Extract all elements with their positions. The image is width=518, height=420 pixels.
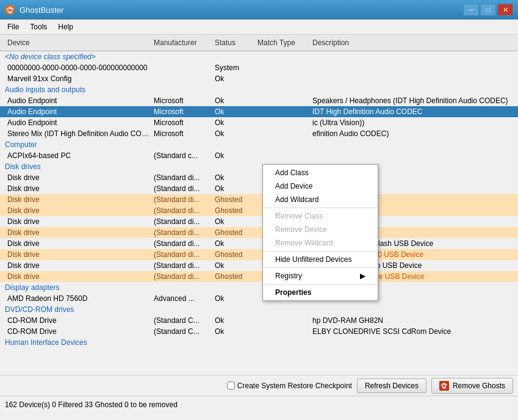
table-row[interactable]: Marvell 91xx ConfigOk: [0, 73, 518, 84]
device-cell: AMD Radeon HD 7560D: [5, 294, 151, 303]
device-cell: Ghosted: [212, 195, 255, 205]
col-status: Status: [212, 37, 255, 48]
table-row[interactable]: Disk drive(Standard di...Ok: [0, 183, 518, 194]
device-cell: Ok: [212, 294, 255, 303]
device-cell: [255, 118, 310, 128]
device-cell: CD-ROM Drive: [5, 327, 151, 336]
device-cell: Ok: [212, 184, 255, 194]
menu-tools[interactable]: Tools: [25, 21, 52, 33]
device-cell: Microsoft: [151, 96, 212, 106]
window-controls: ─ □ ✕: [463, 4, 513, 16]
device-cell: Advanced ...: [151, 294, 212, 303]
device-cell: (Standard C...: [151, 327, 212, 336]
device-cell: Microsoft: [151, 118, 212, 128]
table-row[interactable]: Disk drive(Standard di...Ghosted: [0, 194, 518, 205]
context-menu[interactable]: Add ClassAdd DeviceAdd WildcardRemove Cl…: [262, 164, 378, 301]
context-menu-item[interactable]: Properties: [263, 286, 378, 299]
minimize-button[interactable]: ─: [463, 4, 479, 16]
device-cell: [310, 63, 518, 73]
device-cell: Ok: [212, 129, 255, 139]
table-row[interactable]: Audio EndpointMicrosoftOkic (Ultra Visio…: [0, 117, 518, 128]
col-description: Description: [310, 37, 518, 48]
device-cell: (Standard di...: [151, 239, 212, 248]
device-cell: Ok: [212, 261, 255, 270]
device-cell: [310, 151, 518, 161]
refresh-devices-button[interactable]: Refresh Devices: [357, 378, 426, 393]
table-row[interactable]: Disk drive(Standard di...OkGeneric- MS/M…: [0, 260, 518, 271]
table-row[interactable]: Disk drive(Standard di...GhostedSanDisk …: [0, 271, 518, 282]
device-table[interactable]: <No device class specified>00000000-0000…: [0, 51, 518, 375]
device-cell: [310, 74, 518, 84]
close-button[interactable]: ✕: [497, 4, 513, 16]
table-row[interactable]: 00000000-0000-0000-0000-000000000000Syst…: [0, 62, 518, 73]
context-menu-item: Remove Device: [263, 223, 378, 236]
context-menu-item[interactable]: Add Device: [263, 179, 378, 193]
device-cell: Ghosted: [212, 272, 255, 281]
context-menu-item[interactable]: Registry▶: [263, 269, 378, 283]
device-cell: Disk drive: [5, 228, 151, 237]
table-row[interactable]: Disk drive(Standard di...GhostedIC25N080…: [0, 249, 518, 260]
context-menu-separator: [263, 284, 378, 284]
device-cell: (Standard di...: [151, 228, 212, 237]
device-cell: hp DVD-RAM GH82N: [310, 316, 518, 325]
maximize-button[interactable]: □: [480, 4, 496, 16]
create-checkpoint-label[interactable]: Create System Restore Checkpoint: [227, 382, 352, 390]
device-cell: (Standard di...: [151, 250, 212, 259]
context-menu-item[interactable]: Add Wildcard: [263, 193, 378, 206]
create-checkpoint-checkbox[interactable]: [227, 382, 235, 389]
menu-help[interactable]: Help: [53, 21, 78, 33]
table-row[interactable]: Stereo Mix (IDT High Definition Audio CO…: [0, 128, 518, 139]
device-cell: [255, 316, 310, 325]
table-row[interactable]: Audio EndpointMicrosoftOkSpeakers / Head…: [0, 95, 518, 106]
device-cell: CD-ROM Drive: [5, 316, 151, 325]
device-cell: Speakers / Headphones (IDT High Definiti…: [310, 96, 518, 106]
table-row[interactable]: CD-ROM Drive(Standard C...OkELBY CLONEDR…: [0, 326, 518, 337]
device-cell: (Standard di...: [151, 184, 212, 194]
table-row[interactable]: CD-ROM Drive(Standard C...Okhp DVD-RAM G…: [0, 315, 518, 326]
menu-file[interactable]: File: [2, 21, 24, 33]
device-cell: Ok: [212, 217, 255, 226]
device-cell: Ghosted: [212, 206, 255, 215]
device-cell: Microsoft: [151, 129, 212, 139]
device-cell: Audio Endpoint: [5, 96, 151, 106]
footer-bar: Create System Restore Checkpoint Refresh…: [0, 375, 518, 396]
remove-ghosts-button[interactable]: 👻 Remove Ghosts: [431, 378, 513, 394]
device-cell: Disk drive: [5, 239, 151, 248]
table-row[interactable]: Disk drive(Standard di...Ok: [0, 172, 518, 183]
device-cell: [255, 129, 310, 139]
device-cell: Ok: [212, 74, 255, 84]
table-row[interactable]: Disk drive(Standard di...Ghosted2A7B2: [0, 205, 518, 216]
device-cell: Disk drive: [5, 184, 151, 194]
context-menu-item[interactable]: Hide Unfiltered Devices: [263, 253, 378, 266]
table-row[interactable]: Disk drive(Standard di...Ok2: [0, 216, 518, 227]
device-cell: Ok: [212, 173, 255, 183]
device-cell: Marvell 91xx Config: [5, 74, 151, 84]
col-matchtype: Match Type: [255, 37, 310, 48]
device-cell: ELBY CLONEDRIVE SCSI CdRom Device: [310, 327, 518, 336]
category-row: Human Interface Devices: [0, 337, 518, 348]
device-cell: [255, 327, 310, 336]
category-row: Display adapters: [0, 282, 518, 293]
table-row[interactable]: AMD Radeon HD 7560DAdvanced ...Ok: [0, 293, 518, 304]
device-cell: (Standard c...: [151, 151, 212, 161]
device-cell: Disk drive: [5, 250, 151, 259]
device-cell: Audio Endpoint: [5, 107, 151, 117]
device-cell: [151, 74, 212, 84]
device-cell: [255, 74, 310, 84]
table-row[interactable]: Disk drive(Standard di...OkGeneric- Comp…: [0, 238, 518, 249]
col-manufacturer: Manufacturer: [151, 37, 212, 48]
table-row[interactable]: Audio EndpointMicrosoftOkIDT High Defini…: [0, 106, 518, 117]
device-cell: ic (Ultra Vision)): [310, 118, 518, 128]
context-menu-item[interactable]: Add Class: [263, 166, 378, 179]
col-device: Device: [5, 37, 151, 48]
device-cell: (Standard di...: [151, 217, 212, 226]
device-cell: IDT High Definition Audio CODEC: [310, 107, 518, 117]
table-row[interactable]: ACPIx64-based PC(Standard c...Ok: [0, 150, 518, 161]
table-row[interactable]: Disk drive(Standard di...Ghosted: [0, 227, 518, 238]
category-row: DVD/CD-ROM drives: [0, 304, 518, 315]
device-cell: Ok: [212, 239, 255, 248]
status-text: 162 Device(s) 0 Filtered 33 Ghosted 0 to…: [5, 400, 513, 409]
app-title: GhostBuster: [20, 5, 63, 15]
device-cell: Ok: [212, 96, 255, 106]
device-cell: efinition Audio CODEC): [310, 129, 518, 139]
